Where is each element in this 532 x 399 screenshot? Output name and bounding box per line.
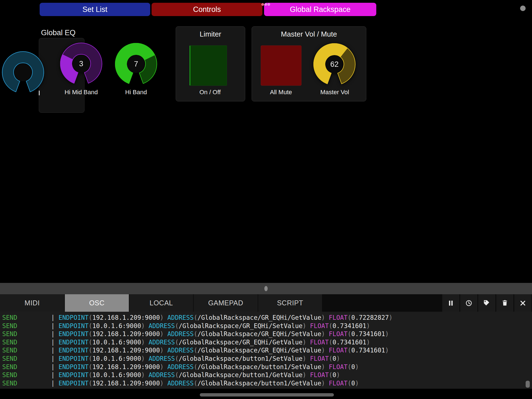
history-button[interactable] (460, 294, 477, 312)
connection-status-dot (520, 6, 526, 11)
page-tab-global-rackspace[interactable]: Global Rackspace (264, 3, 376, 16)
console-tab-gamepad[interactable]: GAMEPAD (194, 294, 258, 312)
hi-mid-band-knob[interactable]: 3 (60, 43, 102, 83)
master-vol-knob[interactable]: 62 (314, 44, 355, 84)
page-dot-3[interactable] (267, 3, 270, 6)
log-line: SEND | ENDPOINT(10.0.1.6:9000) ADDRESS(/… (2, 371, 532, 379)
trash-button[interactable] (496, 294, 513, 312)
page-tab-set-list[interactable]: Set List (40, 3, 150, 16)
app-screen: Set ListControlsGlobal Rackspace Global … (0, 0, 532, 399)
page-tab-controls[interactable]: Controls (152, 3, 262, 16)
log-vertical-scrollbar-thumb[interactable] (526, 381, 530, 388)
trash-icon (501, 300, 508, 307)
console-tab-midi[interactable]: MIDI (0, 294, 64, 312)
tag-button[interactable] (478, 294, 495, 312)
hi-band-knob[interactable]: 7 (115, 43, 157, 83)
clipped-eq-knob[interactable] (2, 52, 44, 92)
log-line: SEND | ENDPOINT(10.0.1.6:9000) ADDRESS(/… (2, 338, 532, 347)
page-dot-2[interactable] (264, 3, 267, 6)
osc-log: SEND | ENDPOINT(192.168.1.209:9000) ADDR… (0, 312, 532, 389)
log-line: SEND | ENDPOINT(10.0.1.6:9000) ADDRESS(/… (2, 355, 532, 363)
master-vol-knob-value: 62 (330, 60, 339, 68)
console-tab-osc[interactable]: OSC (65, 294, 129, 312)
console-tab-bar: MIDIOSCLOCALGAMEPADSCRIPT (0, 294, 532, 312)
log-line: SEND | ENDPOINT(192.168.1.209:9000) ADDR… (2, 379, 532, 388)
pause-icon (447, 300, 454, 307)
log-line: SEND | ENDPOINT(192.168.1.209:9000) ADDR… (2, 363, 532, 371)
hi-mid-band-knob-value: 3 (79, 60, 83, 68)
console-tab-local[interactable]: LOCAL (129, 294, 193, 312)
history-icon (465, 300, 472, 307)
log-line: SEND | ENDPOINT(192.168.1.209:9000) ADDR… (2, 330, 532, 338)
tag-icon (483, 300, 490, 307)
console-resize-handle[interactable] (264, 286, 268, 291)
close-button[interactable] (514, 294, 531, 312)
hi-band-knob-value: 7 (134, 60, 138, 68)
horizontal-scrollbar-thumb[interactable] (200, 393, 334, 397)
pause-button[interactable] (442, 294, 459, 312)
close-icon (519, 300, 526, 307)
log-line: SEND | ENDPOINT(10.0.1.6:9000) ADDRESS(/… (2, 322, 532, 330)
knob-layer: 3762 (0, 22, 371, 119)
log-line: SEND | ENDPOINT(192.168.1.209:9000) ADDR… (2, 346, 532, 355)
console-tab-script[interactable]: SCRIPT (258, 294, 322, 312)
log-line: SEND | ENDPOINT(192.168.1.209:9000) ADDR… (2, 314, 532, 322)
page-dot-1[interactable] (261, 3, 264, 6)
